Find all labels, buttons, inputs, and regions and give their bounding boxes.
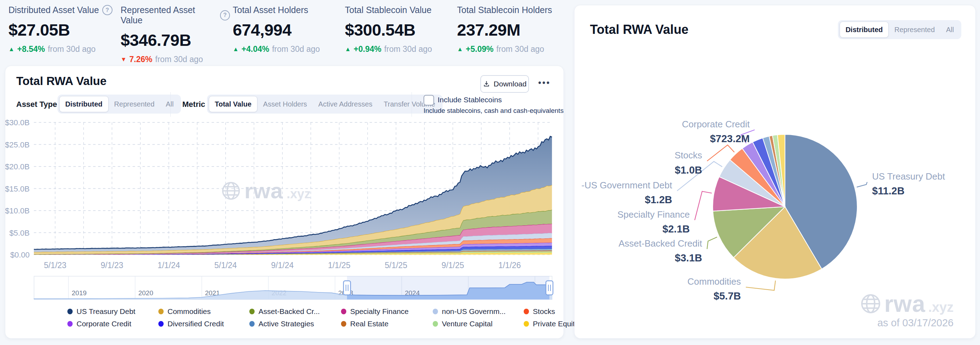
legend-item-stocks[interactable]: Stocks: [524, 307, 579, 316]
download-label: Download: [494, 80, 527, 88]
legend-item-us-treasury-debt[interactable]: US Treasury Debt: [67, 307, 158, 316]
legend-label: Venture Capital: [442, 320, 493, 328]
legend-item-active-strategies[interactable]: Active Strategies: [249, 320, 341, 328]
pie-label-title: Stocks: [675, 150, 702, 161]
legend-label: Specialty Finance: [350, 307, 409, 316]
legend-item-specialty-finance[interactable]: Specialty Finance: [341, 307, 433, 316]
legend-item-diversified-credit[interactable]: Diversified Credit: [158, 320, 249, 328]
timeline-brush[interactable]: 20192020202120222023202420252...: [34, 275, 552, 303]
stat-total-stablecoin-value: Total Stablecoin Value $300.54B ▲+0.94%f…: [345, 5, 454, 54]
legend-item-corporate-credit[interactable]: Corporate Credit: [67, 320, 158, 328]
legend-dot-icon: [341, 308, 346, 314]
legend-item-asset-backed-cr-[interactable]: Asset-Backed Cr...: [249, 307, 341, 316]
x-axis-tick: 9/1/25: [442, 261, 464, 270]
pie-leader-line: [707, 237, 717, 249]
y-axis-tick: $5.0B: [10, 229, 30, 237]
stat-represented-asset-value: Represented Asset Value? $346.79B ▼7.26%…: [121, 5, 230, 64]
legend-dot-icon: [249, 308, 255, 314]
pie-leader-line: [746, 280, 775, 290]
legend-dot-icon: [341, 321, 346, 327]
include-stablecoins-checkbox[interactable]: [423, 95, 434, 105]
stat-label: Total Stablecoin Value: [345, 5, 454, 15]
pie-asset-type-option-represented[interactable]: Represented: [889, 22, 940, 37]
legend-dot-icon: [158, 308, 164, 314]
download-icon: [483, 80, 490, 88]
stacked-area-chart: $30.0B$25.0B$20.0B$15.0B$10.0B$5.0B$0.00…: [5, 115, 563, 281]
y-axis-tick: $0.00: [10, 250, 30, 259]
help-icon[interactable]: ?: [102, 5, 113, 15]
asset-type-option-all[interactable]: All: [160, 96, 179, 112]
asset-type-label: Asset Type: [16, 100, 57, 109]
y-axis-tick: $25.0B: [5, 140, 30, 149]
stat-value: 674,994: [233, 20, 342, 40]
watermark-tld: .xyz: [928, 300, 953, 315]
delta-suffix: from 30d ago: [496, 45, 544, 54]
card-title: Total RWA Value: [590, 22, 688, 37]
stat-label-text: Total Asset Holders: [233, 5, 308, 15]
legend-item-real-estate[interactable]: Real Estate: [341, 320, 433, 328]
include-stablecoins-sublabel: Include stablecoins, cash and cash-equiv…: [423, 107, 563, 114]
legend-item-private-equity[interactable]: Private Equity: [524, 320, 579, 328]
pie-chart: US Treasury Debt$11.2BCommodities$5.7BAs…: [582, 58, 968, 305]
pie-leader-line: [695, 191, 712, 220]
asset-type-option-distributed[interactable]: Distributed: [59, 96, 109, 112]
delta-suffix: from 30d ago: [155, 55, 203, 64]
stat-label-text: Represented Asset Value: [121, 5, 217, 25]
legend-label: non-US Governm...: [442, 307, 506, 316]
legend-item-non-us-governm-[interactable]: non-US Governm...: [433, 307, 524, 316]
metric-option-total-value[interactable]: Total Value: [209, 96, 258, 112]
delta-suffix: from 30d ago: [48, 45, 95, 54]
stat-label: Represented Asset Value?: [121, 5, 230, 25]
metric-segmented-control: Total ValueAsset HoldersActive Addresses…: [207, 95, 442, 114]
delta-up-icon: ▲: [233, 46, 239, 53]
delta-value: +5.09%: [466, 45, 494, 54]
pie-leader-line: [857, 182, 867, 187]
pie-label-title: non-US Government Debt: [582, 180, 673, 191]
legend-label: Diversified Credit: [167, 320, 224, 328]
rwa-dashboard: Distributed Asset Value? $27.05B ▲+8.54%…: [0, 0, 980, 345]
pie-label-value: $1.2B: [645, 194, 672, 205]
pie-label-value: $5.7B: [714, 290, 741, 302]
legend-item-venture-capital[interactable]: Venture Capital: [433, 320, 524, 328]
legend-label: US Treasury Debt: [76, 307, 135, 316]
stat-label-text: Distributed Asset Value: [8, 5, 99, 15]
stat-distributed-asset-value: Distributed Asset Value? $27.05B ▲+8.54%…: [8, 5, 118, 54]
delta-value: 7.26%: [129, 55, 152, 64]
pie-asset-type-option-all[interactable]: All: [940, 22, 959, 37]
asset-type-option-represented[interactable]: Represented: [109, 96, 161, 112]
pie-label-title: US Treasury Debt: [872, 171, 945, 182]
brush-year-label: 2019: [72, 289, 86, 297]
stat-label: Total Asset Holders: [233, 5, 342, 15]
pie-label-value: $3.1B: [675, 252, 702, 264]
legend-dot-icon: [158, 321, 164, 327]
x-axis-tick: 5/1/23: [44, 261, 66, 270]
delta-up-icon: ▲: [8, 46, 14, 53]
delta-up-icon: ▲: [345, 46, 351, 53]
more-menu-button[interactable]: •••: [538, 78, 550, 88]
delta-suffix: from 30d ago: [272, 45, 320, 54]
pie-label-title: Specialty Finance: [617, 209, 690, 220]
metric-option-active-addresses[interactable]: Active Addresses: [313, 96, 378, 112]
pie-label-value: $2.1B: [663, 223, 690, 235]
brush-handle-right[interactable]: [546, 281, 553, 295]
chart-legend: US Treasury DebtCommoditiesAsset-Backed …: [67, 305, 579, 330]
brush-year-label: 2020: [138, 289, 153, 297]
metric-option-asset-holders[interactable]: Asset Holders: [258, 96, 313, 112]
brush-handle-left[interactable]: [344, 281, 350, 295]
help-icon[interactable]: ?: [220, 10, 230, 21]
pie-label-title: Commodities: [687, 276, 741, 287]
stat-delta: ▲+0.94%from 30d ago: [345, 45, 454, 54]
legend-item-commodities[interactable]: Commodities: [158, 307, 249, 316]
pie-asset-type-option-distributed[interactable]: Distributed: [840, 22, 889, 38]
stat-value: $300.54B: [345, 20, 454, 40]
stat-value: $346.79B: [121, 30, 230, 50]
legend-label: Private Equity: [533, 320, 579, 328]
legend-label: Asset-Backed Cr...: [258, 307, 320, 316]
delta-suffix: from 30d ago: [384, 45, 432, 54]
divider: [412, 92, 412, 117]
card-title: Total RWA Value: [16, 75, 107, 88]
pie-label-title: Corporate Credit: [682, 119, 750, 129]
divider: [170, 92, 171, 117]
rwa-watermark: rwa .xyz: [860, 290, 953, 317]
download-button[interactable]: Download: [480, 75, 529, 93]
